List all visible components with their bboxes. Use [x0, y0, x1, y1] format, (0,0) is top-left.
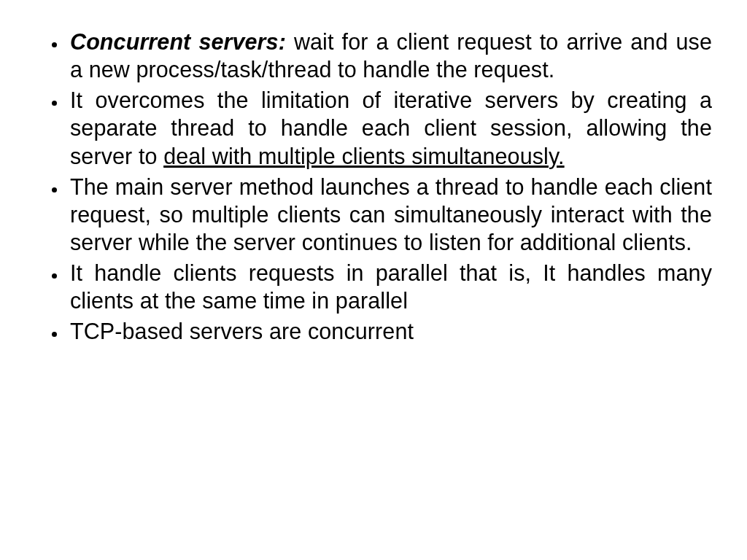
list-item: It handle clients requests in parallel t…	[67, 259, 712, 314]
bullet-lead: Concurrent servers:	[70, 29, 286, 54]
slide: Concurrent servers: wait for a client re…	[0, 0, 747, 560]
bullet-text: It handle clients requests in parallel t…	[70, 260, 712, 313]
bullet-list: Concurrent servers: wait for a client re…	[35, 28, 712, 345]
list-item: Concurrent servers: wait for a client re…	[67, 28, 712, 83]
list-item: TCP-based servers are concurrent	[67, 317, 712, 345]
list-item: The main server method launches a thread…	[67, 173, 712, 256]
bullet-text: TCP-based servers are concurrent	[70, 319, 414, 343]
bullet-text: The main server method launches a thread…	[70, 174, 712, 254]
list-item: It overcomes the limitation of iterative…	[67, 86, 712, 169]
bullet-underlined: deal with multiple clients simultaneousl…	[163, 144, 565, 168]
